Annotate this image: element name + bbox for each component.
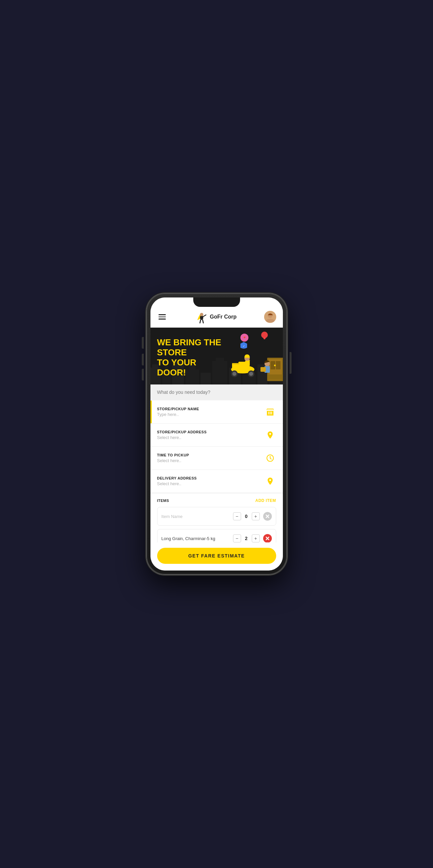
store-address-content: STORE/PICKUP ADDRESS Select here.. <box>157 430 264 440</box>
notch <box>193 298 240 307</box>
search-section <box>151 384 283 400</box>
svg-text:✓: ✓ <box>242 345 245 348</box>
form-section: STORE/PICKUP NAME Type here.. STORE/PICK… <box>151 401 283 493</box>
cta-section: GET FARE ESTIMATE <box>151 542 283 570</box>
store-name-value: Type here.. <box>157 412 264 417</box>
quantity-controls-1: − 2 + <box>233 534 260 542</box>
time-pickup-field[interactable]: TIME TO PICKUP Select here.. <box>151 447 283 470</box>
clock-icon <box>264 452 276 464</box>
time-pickup-label: TIME TO PICKUP <box>157 453 264 457</box>
delivery-address-label: DELIVERY ADDRESS <box>157 476 264 480</box>
svg-text:📍: 📍 <box>242 336 247 340</box>
delete-button-0[interactable] <box>263 512 272 521</box>
svg-point-26 <box>232 372 236 376</box>
store-address-label: STORE/PICKUP ADDRESS <box>157 430 264 434</box>
item-name-0: Item Name <box>162 514 233 519</box>
quantity-controls-0: − 0 + <box>233 512 260 520</box>
items-header: ITEMS ADD ITEM <box>157 498 276 503</box>
hamburger-menu[interactable] <box>157 313 167 321</box>
search-input[interactable] <box>157 390 276 395</box>
decrement-button-1[interactable]: − <box>233 534 241 542</box>
increment-button-0[interactable]: + <box>252 512 260 520</box>
delivery-address-value: Select here.. <box>157 481 264 486</box>
store-name-field[interactable]: STORE/PICKUP NAME Type here.. <box>151 401 283 424</box>
logo-text: GoFr Corp <box>210 314 237 320</box>
svg-point-22 <box>264 337 265 339</box>
increment-button-1[interactable]: + <box>252 534 260 542</box>
store-name-content: STORE/PICKUP NAME Type here.. <box>157 407 264 417</box>
store-icon <box>264 406 276 418</box>
add-item-button[interactable]: ADD ITEM <box>256 498 276 503</box>
time-pickup-value: Select here.. <box>157 458 264 463</box>
item-name-1: Long Grain, Charminar-5 kg <box>162 536 233 541</box>
pickup-location-icon <box>264 429 276 441</box>
svg-rect-43 <box>261 367 266 372</box>
hero-illustration: 📍 ✓ <box>218 331 283 383</box>
svg-point-28 <box>249 372 253 376</box>
get-fare-estimate-button[interactable]: GET FARE ESTIMATE <box>157 548 276 564</box>
time-pickup-content: TIME TO PICKUP Select here.. <box>157 453 264 463</box>
item-row: Item Name − 0 + <box>157 507 276 526</box>
qty-value-1: 2 <box>244 536 249 541</box>
svg-point-1 <box>200 313 203 316</box>
user-avatar[interactable] <box>264 311 276 323</box>
qty-value-0: 0 <box>244 514 249 519</box>
delete-button-1[interactable] <box>263 534 272 543</box>
items-label: ITEMS <box>157 499 169 503</box>
svg-rect-32 <box>232 363 239 364</box>
svg-rect-34 <box>245 361 250 366</box>
svg-rect-38 <box>276 361 280 369</box>
delivery-address-field[interactable]: DELIVERY ADDRESS Select here.. <box>151 470 283 493</box>
field-accent <box>151 401 152 423</box>
store-address-value: Select here.. <box>157 435 264 440</box>
delivery-location-icon <box>264 475 276 487</box>
store-name-label: STORE/PICKUP NAME <box>157 407 264 411</box>
hero-banner: WE BRING THE STORE TO YOUR DOOR! 📍 <box>151 328 283 384</box>
hero-tagline: WE BRING THE STORE TO YOUR DOOR! <box>157 338 223 378</box>
delivery-address-content: DELIVERY ADDRESS Select here.. <box>157 476 264 486</box>
svg-point-39 <box>274 365 275 366</box>
phone-frame: GoFr Corp <box>146 293 287 575</box>
logo-superhero-icon <box>195 310 208 323</box>
screen-content: GoFr Corp <box>151 298 283 570</box>
decrement-button-0[interactable]: − <box>233 512 241 520</box>
logo-area: GoFr Corp <box>195 310 237 323</box>
phone-screen: GoFr Corp <box>151 298 283 570</box>
svg-rect-40 <box>268 374 282 379</box>
delivery-scene-svg: 📍 ✓ <box>218 331 283 383</box>
store-address-field[interactable]: STORE/PICKUP ADDRESS Select here.. <box>151 424 283 447</box>
